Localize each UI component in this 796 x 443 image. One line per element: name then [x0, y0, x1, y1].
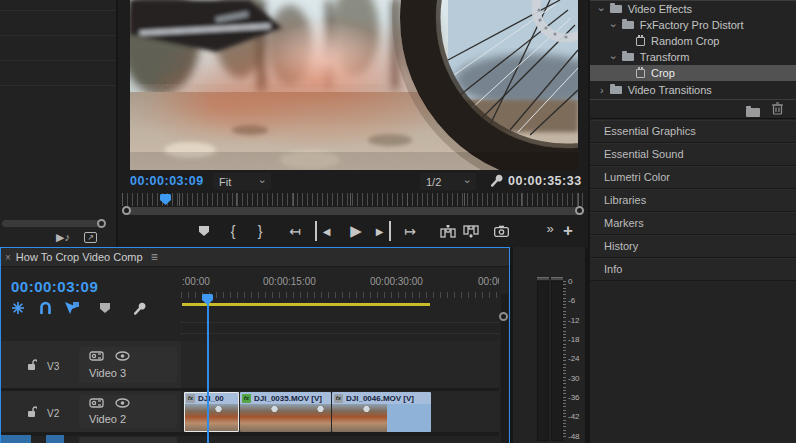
chevron-down-icon[interactable]: ›	[608, 55, 619, 59]
toggle-track-output-eye-icon[interactable]	[115, 398, 130, 408]
nest-toggle-button[interactable]	[9, 300, 27, 316]
lift-icon	[440, 225, 456, 238]
clip-dji-00[interactable]: fxDJI_00	[184, 392, 239, 432]
track-v3-lane[interactable]	[181, 341, 499, 388]
timeline-vertical-scrollbar[interactable]	[501, 294, 508, 443]
zoom-level-select[interactable]: Fit ›	[213, 173, 271, 190]
timeline-timecode[interactable]: 00:00:03:09	[11, 278, 98, 295]
scroll-handle-right[interactable]	[575, 206, 584, 215]
panel-menu-icon[interactable]: ≡	[151, 250, 158, 264]
clip-indicator-left	[537, 277, 549, 280]
chevron-down-icon[interactable]: ›	[596, 7, 607, 11]
db-label: -12	[568, 316, 584, 325]
track-name: Video 2	[89, 413, 126, 425]
meter-scale-ticks	[563, 281, 566, 437]
play-button[interactable]: ▶	[346, 221, 366, 241]
mark-in-button[interactable]: {	[223, 221, 243, 241]
program-video-frame[interactable]	[130, 0, 578, 170]
tab-lumetri-color[interactable]: Lumetri Color	[590, 166, 796, 189]
button-editor-add[interactable]: +	[558, 221, 578, 241]
tab-info[interactable]: Info	[590, 258, 796, 281]
track-id[interactable]: V3	[47, 361, 59, 372]
source-patch-v1-button[interactable]	[1, 435, 31, 443]
step-forward-button[interactable]: ▶	[371, 221, 391, 241]
extract-button[interactable]	[461, 221, 481, 241]
track-lock-icon[interactable]	[27, 359, 37, 371]
trash-icon	[772, 102, 783, 115]
scroll-handle-left[interactable]	[122, 206, 131, 215]
transport-controls: { } ↤ ◀ ▶ ▶ ↦ » +	[118, 218, 588, 247]
clip-dji-0035[interactable]: fxDJI_0035.MOV [V]	[240, 392, 331, 432]
track-target-v1-button[interactable]	[46, 435, 64, 443]
delete-button[interactable]	[772, 101, 783, 119]
monitor-scrollbar[interactable]	[122, 207, 584, 215]
effect-icon	[636, 37, 645, 46]
timeline-playhead-line[interactable]	[207, 294, 209, 443]
tree-item-random-crop[interactable]: Random Crop	[590, 33, 796, 49]
clip-tail	[387, 404, 431, 432]
folder-icon	[622, 53, 634, 61]
tree-item-video-effects[interactable]: › Video Effects	[590, 1, 796, 17]
track-lock-icon[interactable]	[27, 406, 37, 418]
clip-label: DJI_0035.MOV [V]	[254, 394, 322, 403]
source-track-icon[interactable]	[89, 351, 104, 361]
chevron-right-icon[interactable]: ›	[600, 85, 604, 96]
audio-meter-right	[551, 281, 563, 441]
tree-item-transform[interactable]: › Transform	[590, 49, 796, 65]
db-label: 0	[568, 277, 584, 286]
work-area-bar[interactable]	[182, 303, 430, 306]
lift-button[interactable]	[438, 221, 458, 241]
scrollbar-handle[interactable]	[97, 219, 106, 228]
chevron-down-icon[interactable]: ›	[608, 23, 619, 27]
tab-history[interactable]: History	[590, 235, 796, 258]
go-to-in-button[interactable]: ↤	[285, 221, 305, 241]
timeline-add-marker-button[interactable]	[96, 300, 114, 316]
timeline-tab-title[interactable]: How To Crop Video Comp	[16, 251, 143, 263]
close-tab-icon[interactable]: ×	[5, 252, 11, 263]
timeline-settings-button[interactable]	[129, 300, 147, 316]
clip-dji-0046[interactable]: fxDJI_0046.MOV [V]	[332, 392, 431, 432]
tab-essential-sound[interactable]: Essential Sound	[590, 143, 796, 166]
monitor-ruler[interactable]	[122, 193, 584, 206]
track-v3-header[interactable]: V3 Video 3	[1, 341, 181, 388]
source-track-icon[interactable]	[89, 398, 104, 408]
settings-wrench-button[interactable]	[488, 173, 503, 192]
tree-item-fxfactory-pro-distort[interactable]: › FxFactory Pro Distort	[590, 17, 796, 33]
chevron-down-icon: ›	[463, 180, 474, 184]
clip-thumbnail	[184, 404, 239, 432]
tab-label: Essential Graphics	[604, 125, 696, 137]
playback-resolution-select[interactable]: 1/2 ›	[420, 173, 476, 190]
export-icon[interactable]: ↗	[84, 232, 97, 243]
fx-badge-icon: fx	[334, 394, 343, 403]
go-to-out-button[interactable]: ↦	[400, 221, 420, 241]
timeline-ruler[interactable]: :00:00 00:00:15:00 00:00:30:00 00:00:4	[181, 270, 499, 306]
divider	[0, 35, 116, 36]
tree-item-label: Transform	[640, 51, 690, 63]
tab-libraries[interactable]: Libraries	[590, 189, 796, 212]
export-frame-button[interactable]	[491, 221, 511, 241]
playhead-timecode[interactable]: 00:00:03:09	[130, 174, 204, 188]
play-audio-icon[interactable]: ▶♪	[56, 231, 70, 244]
step-back-button[interactable]: ◀	[315, 221, 335, 241]
folder-icon	[610, 86, 622, 94]
marker-icon	[199, 226, 209, 236]
scrollbar-handle[interactable]	[499, 312, 508, 321]
linked-selection-button[interactable]	[63, 300, 81, 316]
tab-essential-graphics[interactable]: Essential Graphics	[590, 120, 796, 143]
more-buttons-chevron[interactable]: »	[540, 218, 560, 238]
tab-markers[interactable]: Markers	[590, 212, 796, 235]
audio-meter-left	[537, 281, 549, 441]
snap-toggle-button[interactable]	[36, 300, 54, 316]
track-v2-header[interactable]: V2 Video 2	[1, 391, 181, 432]
track-id[interactable]: V2	[47, 408, 59, 419]
tree-item-crop-selected[interactable]: Crop	[590, 65, 796, 81]
ruler-label: 00:00:30:00	[370, 276, 423, 287]
tab-label: Info	[604, 263, 622, 275]
toggle-track-output-eye-icon[interactable]	[115, 351, 130, 361]
db-label: -42	[568, 412, 584, 421]
clip-thumbnail	[240, 404, 331, 432]
add-marker-button[interactable]	[194, 221, 214, 241]
horizontal-scrollbar[interactable]	[2, 220, 102, 227]
mark-out-button[interactable]: }	[250, 221, 270, 241]
tree-item-video-transitions[interactable]: › Video Transitions	[590, 82, 796, 98]
